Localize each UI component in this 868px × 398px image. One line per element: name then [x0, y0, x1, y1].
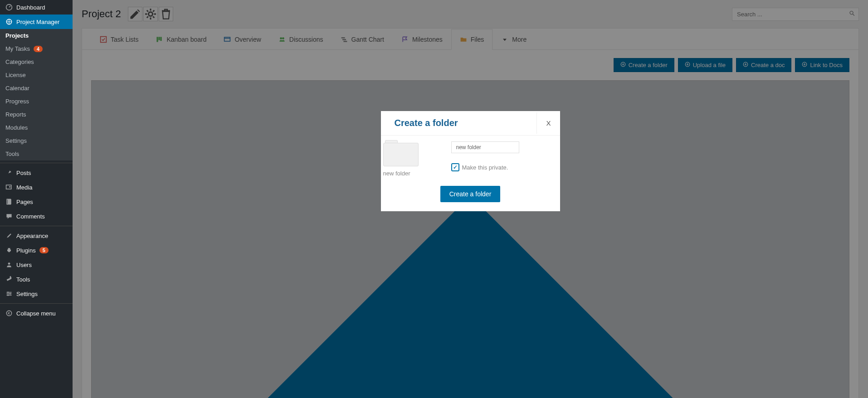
private-checkbox-row[interactable]: ✓ Make this private.	[451, 163, 560, 171]
project-manager-icon	[5, 18, 13, 25]
sidebar-submenu: Projects My Tasks 4 Categories License C…	[0, 29, 73, 160]
sidebar-sub-my-tasks[interactable]: My Tasks 4	[0, 42, 73, 55]
comment-icon	[5, 213, 13, 220]
plug-icon	[5, 247, 13, 254]
sidebar-sub-label: My Tasks	[5, 45, 30, 52]
collapse-icon	[5, 310, 13, 317]
sidebar-item-media[interactable]: Media	[0, 180, 73, 194]
private-checkbox[interactable]: ✓	[451, 163, 459, 171]
sliders-icon	[5, 290, 13, 297]
sidebar-sub-modules[interactable]: Modules	[0, 121, 73, 134]
sidebar-item-plugins[interactable]: Plugins 5	[0, 243, 73, 257]
svg-point-3	[9, 186, 10, 188]
sidebar-label: Users	[16, 262, 32, 268]
modal-overlay[interactable]: Create a folder X new folder ✓	[73, 0, 868, 398]
sidebar-label: Dashboard	[16, 4, 45, 11]
sidebar-collapse[interactable]: Collapse menu	[0, 306, 73, 320]
main-content: Project 2 Task Lists Kanban board	[73, 0, 868, 398]
sidebar-label: Pages	[16, 199, 33, 205]
modal-footer: Create a folder	[381, 181, 560, 211]
my-tasks-badge: 4	[34, 46, 43, 52]
sidebar-item-project-manager[interactable]: Project Manager	[0, 15, 73, 29]
sidebar-item-settings[interactable]: Settings	[0, 286, 73, 301]
sidebar-sub-projects[interactable]: Projects	[0, 29, 73, 42]
modal-body: new folder ✓ Make this private.	[381, 136, 560, 181]
sidebar-item-tools[interactable]: Tools	[0, 272, 73, 286]
sidebar-item-dashboard[interactable]: Dashboard	[0, 0, 73, 15]
modal-form: ✓ Make this private.	[451, 139, 560, 177]
sidebar-label: Appearance	[16, 233, 48, 239]
sidebar-item-pages[interactable]: Pages	[0, 194, 73, 209]
folder-name-input[interactable]	[451, 141, 519, 153]
modal-title: Create a folder	[381, 111, 472, 135]
svg-point-8	[10, 293, 11, 294]
private-label: Make this private.	[462, 164, 508, 171]
sidebar-label: Tools	[16, 276, 30, 283]
modal-header: Create a folder X	[381, 111, 560, 136]
sidebar-label: Project Manager	[16, 19, 59, 25]
wrench-icon	[5, 276, 13, 283]
dashboard-icon	[5, 4, 13, 11]
sidebar-label: Comments	[16, 213, 45, 220]
sidebar-sub-tools[interactable]: Tools	[0, 147, 73, 160]
svg-point-10	[6, 311, 11, 315]
sidebar-label: Plugins	[16, 247, 36, 254]
svg-point-9	[7, 295, 9, 296]
pin-icon	[5, 169, 13, 176]
sidebar-sub-calendar[interactable]: Calendar	[0, 82, 73, 95]
admin-sidebar: Dashboard Project Manager Projects My Ta…	[0, 0, 73, 398]
sidebar-sub-categories[interactable]: Categories	[0, 55, 73, 68]
sidebar-item-comments[interactable]: Comments	[0, 209, 73, 223]
sidebar-label: Media	[16, 184, 32, 191]
sidebar-item-users[interactable]: Users	[0, 257, 73, 272]
sidebar-label: Collapse menu	[16, 310, 56, 317]
modal-close-button[interactable]: X	[536, 112, 560, 134]
sidebar-sub-reports[interactable]: Reports	[0, 108, 73, 121]
user-icon	[5, 261, 13, 268]
brush-icon	[5, 232, 13, 239]
sidebar-label: Settings	[16, 291, 38, 297]
sidebar-sub-progress[interactable]: Progress	[0, 95, 73, 108]
pages-icon	[5, 198, 13, 205]
sidebar-label: Posts	[16, 170, 31, 176]
folder-preview-label: new folder	[383, 170, 438, 177]
folder-large-icon	[383, 140, 419, 166]
plugins-badge: 5	[39, 247, 49, 253]
sidebar-sub-license[interactable]: License	[0, 68, 73, 82]
create-folder-submit[interactable]: Create a folder	[440, 186, 501, 202]
media-icon	[5, 184, 13, 191]
svg-point-7	[7, 291, 9, 293]
sidebar-sub-settings[interactable]: Settings	[0, 134, 73, 147]
sidebar-item-posts[interactable]: Posts	[0, 165, 73, 180]
svg-rect-5	[8, 199, 11, 204]
folder-preview: new folder	[383, 139, 438, 177]
create-folder-modal: Create a folder X new folder ✓	[381, 111, 560, 211]
svg-point-6	[8, 262, 10, 265]
sidebar-item-appearance[interactable]: Appearance	[0, 228, 73, 243]
